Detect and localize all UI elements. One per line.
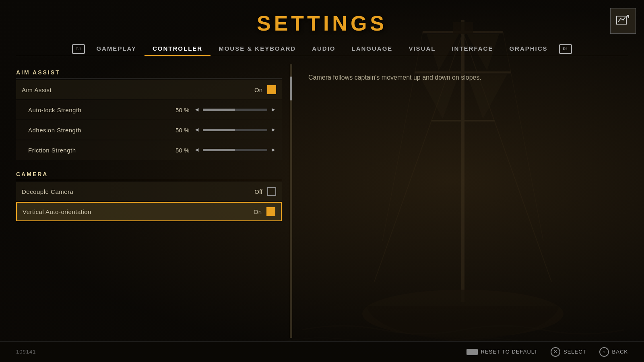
auto-lock-slider-fill [203,109,235,111]
auto-lock-slider-container: ◄ ► [194,107,276,113]
friction-left-arrow[interactable]: ◄ [194,147,200,153]
aim-assist-label: Aim Assist [22,86,238,93]
friction-label: Friction Strength [28,147,165,154]
description-text: Camera follows captain's movement up and… [308,72,550,83]
left-bumper-badge: L1 [72,44,85,54]
section-header-camera: CAMERA [16,166,282,180]
reset-button-icon [466,349,478,355]
vertical-auto-label: Vertical Auto-orientation [23,208,237,215]
tab-gameplay[interactable]: GAMEPLAY [88,42,144,56]
page-title: SETTINGS [0,11,644,35]
setting-auto-lock-strength[interactable]: Auto-lock Strength 50 % ◄ ► [16,100,282,119]
back-label: BACK [612,349,628,355]
chart-icon [616,14,630,27]
auto-lock-slider-track[interactable] [203,109,267,111]
select-button-icon: ✕ [551,347,560,357]
adhesion-slider-container: ◄ ► [194,127,276,133]
setting-aim-assist[interactable]: Aim Assist On [16,80,282,99]
select-action[interactable]: ✕ SELECT [551,347,586,357]
tab-mouse-keyboard[interactable]: MOUSE & KEYBOARD [211,42,304,56]
aim-assist-value: On [238,86,262,93]
tab-visual[interactable]: VISUAL [400,42,444,56]
friction-slider-container: ◄ ► [194,147,276,153]
friction-slider-fill [203,149,235,151]
main-layout: AIM ASSIST Aim Assist On Auto-lock Stren… [0,56,644,362]
counter-display: 109141 [16,349,36,355]
header: SETTINGS [0,0,644,35]
bottom-bar: 109141 RESET TO DEFAULT ✕ SELECT ○ BACK [0,341,644,362]
decouple-camera-value: Off [238,188,262,195]
auto-lock-right-arrow[interactable]: ► [270,107,276,113]
auto-lock-left-arrow[interactable]: ◄ [194,107,200,113]
friction-right-arrow[interactable]: ► [270,147,276,153]
vertical-auto-checkbox[interactable] [266,207,275,216]
auto-lock-label: Auto-lock Strength [28,107,165,113]
scroll-thumb [290,76,292,101]
setting-friction-strength[interactable]: Friction Strength 50 % ◄ ► [16,140,282,160]
adhesion-value: 50 % [165,127,189,134]
nav-tabs: L1 GAMEPLAY CONTROLLER MOUSE & KEYBOARD … [16,35,628,56]
adhesion-slider-fill [203,129,235,131]
decouple-camera-label: Decouple Camera [22,188,238,195]
back-button-icon: ○ [599,347,609,357]
tab-controller[interactable]: CONTROLLER [144,42,211,56]
section-header-aim-assist: AIM ASSIST [16,64,282,78]
top-right-icon-button[interactable] [610,8,636,34]
back-action[interactable]: ○ BACK [599,347,628,357]
tab-audio[interactable]: AUDIO [304,42,343,56]
adhesion-label: Adhesion Strength [28,127,165,134]
select-label: SELECT [564,349,586,355]
decouple-camera-checkbox[interactable] [267,187,276,196]
vertical-auto-value: On [237,208,262,215]
reset-action[interactable]: RESET TO DEFAULT [466,349,538,355]
adhesion-slider-track[interactable] [203,129,267,131]
left-panel: AIM ASSIST Aim Assist On Auto-lock Stren… [16,64,290,338]
right-bumper-badge: R1 [559,44,572,54]
friction-value: 50 % [165,147,189,154]
friction-slider-track[interactable] [203,149,267,151]
right-panel: Camera follows captain's movement up and… [292,64,628,338]
reset-label: RESET TO DEFAULT [481,349,538,355]
adhesion-right-arrow[interactable]: ► [270,127,276,133]
setting-decouple-camera[interactable]: Decouple Camera Off [16,182,282,201]
panel-divider [290,64,292,338]
tab-interface[interactable]: INTERFACE [444,42,501,56]
setting-adhesion-strength[interactable]: Adhesion Strength 50 % ◄ ► [16,120,282,140]
tab-graphics[interactable]: GRAPHICS [501,42,555,56]
adhesion-left-arrow[interactable]: ◄ [194,127,200,133]
aim-assist-checkbox[interactable] [267,85,276,94]
main-content: SETTINGS L1 GAMEPLAY CONTROLLER MOUSE & … [0,0,644,362]
setting-vertical-auto-orientation[interactable]: Vertical Auto-orientation On [16,202,282,221]
tab-language[interactable]: LANGUAGE [344,42,401,56]
auto-lock-value: 50 % [165,107,189,113]
